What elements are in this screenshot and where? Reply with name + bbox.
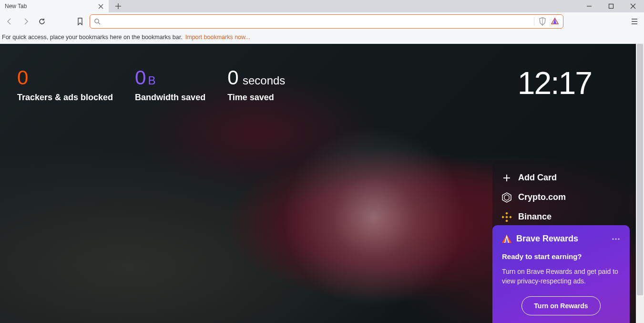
rewards-title: Brave Rewards bbox=[516, 234, 607, 244]
stat-value: 0 bbox=[227, 66, 238, 89]
bat-icon bbox=[502, 235, 511, 243]
stat-value: 0 bbox=[135, 66, 146, 89]
bookmarks-bar: For quick access, place your bookmarks h… bbox=[0, 31, 644, 44]
stat-time: 0 seconds Time saved bbox=[227, 68, 285, 103]
card-label: Crypto.com bbox=[518, 192, 566, 202]
stat-unit: B bbox=[148, 74, 155, 87]
crypto-com-icon bbox=[502, 193, 511, 202]
cards-panel: Add Card Crypto.com Binance bbox=[492, 160, 630, 231]
svg-rect-0 bbox=[609, 4, 613, 9]
address-input[interactable] bbox=[104, 15, 530, 28]
import-bookmarks-link[interactable]: Import bookmarks now... bbox=[185, 34, 250, 41]
back-button[interactable] bbox=[3, 15, 16, 28]
svg-rect-6 bbox=[505, 216, 508, 219]
scrollbar-thumb[interactable] bbox=[637, 44, 643, 295]
rewards-button-label: Turn on Rewards bbox=[534, 302, 588, 310]
new-tab-button[interactable] bbox=[112, 0, 125, 13]
stat-label: Trackers & ads blocked bbox=[17, 93, 113, 103]
window-controls bbox=[578, 0, 644, 12]
tab-title: New Tab bbox=[5, 3, 93, 10]
stat-bandwidth: 0B Bandwidth saved bbox=[135, 68, 205, 103]
card-crypto-com[interactable]: Crypto.com bbox=[502, 188, 620, 207]
scrollbar[interactable] bbox=[636, 44, 644, 323]
rewards-panel: Brave Rewards Ready to start earning? Tu… bbox=[492, 225, 630, 323]
svg-rect-2 bbox=[505, 212, 508, 215]
search-icon bbox=[94, 18, 101, 25]
more-icon[interactable] bbox=[612, 238, 620, 240]
stat-label: Time saved bbox=[227, 93, 285, 103]
brave-rewards-icon[interactable] bbox=[551, 17, 559, 26]
bookmarks-hint: For quick access, place your bookmarks h… bbox=[2, 34, 183, 41]
stat-trackers: 0 Trackers & ads blocked bbox=[17, 68, 113, 103]
new-tab-page: 0 Trackers & ads blocked 0B Bandwidth sa… bbox=[0, 44, 644, 323]
add-card-button[interactable]: Add Card bbox=[502, 168, 620, 188]
clock: 12:17 bbox=[518, 65, 592, 101]
rewards-header: Brave Rewards bbox=[502, 234, 620, 244]
add-card-label: Add Card bbox=[518, 173, 557, 183]
minimize-button[interactable] bbox=[578, 0, 600, 12]
svg-rect-3 bbox=[505, 219, 508, 222]
svg-point-7 bbox=[612, 238, 613, 240]
card-label: Binance bbox=[518, 212, 552, 222]
stat-label: Bandwidth saved bbox=[135, 93, 205, 103]
svg-point-9 bbox=[618, 238, 619, 240]
svg-rect-4 bbox=[502, 216, 504, 219]
card-binance[interactable]: Binance bbox=[502, 207, 620, 227]
brave-shields-icon[interactable] bbox=[538, 17, 547, 26]
maximize-button[interactable] bbox=[600, 0, 622, 12]
rewards-body: Turn on Brave Rewards and get paid to vi… bbox=[502, 267, 620, 286]
stat-unit: seconds bbox=[243, 74, 285, 87]
reload-button[interactable] bbox=[35, 15, 49, 28]
plus-icon bbox=[502, 173, 511, 183]
window-close-button[interactable] bbox=[622, 0, 644, 12]
stats-row: 0 Trackers & ads blocked 0B Bandwidth sa… bbox=[17, 68, 285, 103]
close-icon[interactable] bbox=[97, 3, 104, 10]
stat-value: 0 bbox=[17, 68, 113, 88]
svg-rect-5 bbox=[509, 216, 511, 219]
tab-new-tab[interactable]: New Tab bbox=[0, 0, 109, 12]
binance-icon bbox=[502, 212, 511, 222]
toolbar bbox=[0, 12, 644, 31]
turn-on-rewards-button[interactable]: Turn on Rewards bbox=[521, 296, 601, 315]
svg-point-8 bbox=[615, 238, 616, 240]
svg-point-1 bbox=[95, 19, 99, 23]
forward-button[interactable] bbox=[19, 15, 32, 28]
omnibox-right-icons bbox=[534, 17, 559, 26]
main-menu-button[interactable] bbox=[628, 15, 641, 28]
rewards-subtitle: Ready to start earning? bbox=[502, 252, 620, 260]
address-bar[interactable] bbox=[90, 14, 563, 29]
tab-strip: New Tab bbox=[0, 0, 644, 12]
bookmark-button[interactable] bbox=[73, 15, 87, 28]
